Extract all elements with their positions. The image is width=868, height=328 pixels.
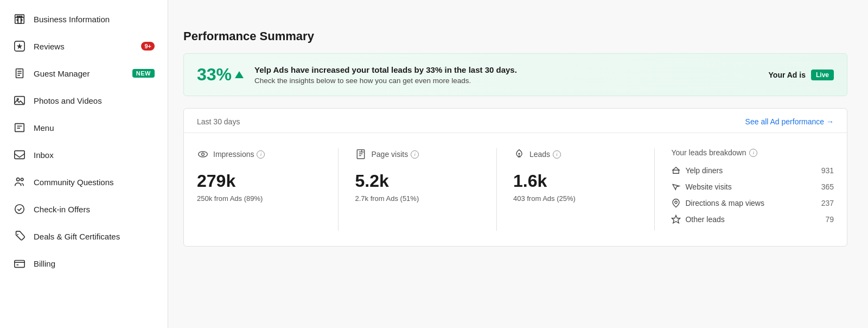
directions-icon [671,198,681,208]
eye-icon [197,148,209,160]
page-visits-header: Page visits i [355,148,480,160]
sidebar-item-inbox[interactable]: Inbox [0,141,168,168]
impressions-info-icon[interactable]: i [257,150,265,159]
svg-rect-3 [21,20,22,21]
impressions-value: 279k [197,171,322,191]
sidebar-item-checkin-offers[interactable]: Check-in Offers [0,195,168,223]
leads-sub: 403 from Ads (25%) [513,194,638,203]
impressions-sub: 250k from Ads (89%) [197,194,322,203]
community-icon [13,175,26,188]
arrow-up-icon [235,71,244,78]
impressions-column: Impressions i 279k 250k from Ads (89%) [197,148,339,231]
svg-rect-1 [18,17,21,23]
svg-rect-6 [19,16,20,17]
page-visits-info-icon[interactable]: i [411,150,419,159]
stats-card-header: Last 30 days See all Ad performance → [184,109,847,133]
other-leads-value: 79 [825,215,834,224]
billing-icon [13,257,26,270]
sidebar-label-business-information: Business Information [34,15,110,24]
website-visits-label: Website visits [685,182,731,191]
ad-headline: Yelp Ads have increased your total leads… [254,65,768,74]
svg-point-15 [15,205,24,214]
sidebar-label-deals-gift: Deals & Gift Certificates [34,232,120,241]
stats-period: Last 30 days [197,117,240,126]
menu-icon [13,121,26,134]
photo-icon [13,94,26,107]
sidebar-label-checkin-offers: Check-in Offers [34,205,90,214]
breakdown-row-yelp-diners: Yelp diners 931 [671,166,834,175]
svg-point-16 [17,234,18,235]
impressions-label: Impressions i [213,150,265,159]
ad-text-block: Yelp Ads have increased your total leads… [254,65,768,85]
svg-rect-4 [17,16,18,17]
page-icon [355,148,367,160]
leads-label: Leads i [529,150,561,159]
main-content: Performance Summary 33% Yelp Ads have in… [168,0,868,328]
ad-live-block: Your Ad is Live [769,70,834,80]
breakdown-row-website-visits: Website visits 365 [671,182,834,192]
page-visits-column: Page visits i 5.2k 2.7k from Ads (51%) [355,148,496,231]
sidebar-label-reviews: Reviews [34,42,65,51]
leads-value: 1.6k [513,171,638,191]
other-icon [671,215,681,224]
svg-rect-5 [21,16,22,17]
tag-icon [13,230,26,243]
page-visits-label: Page visits i [371,150,419,159]
percent-value: 33% [197,65,232,85]
performance-summary-title: Performance Summary [183,29,847,43]
sidebar-label-menu: Menu [34,123,54,133]
sidebar-item-business-information[interactable]: Business Information [0,5,168,33]
sidebar-label-guest-manager: Guest Manager [34,69,90,78]
leads-icon [513,148,525,160]
svg-rect-11 [15,124,24,132]
svg-point-10 [17,98,18,100]
star-icon [13,40,26,53]
sidebar-item-photos-videos[interactable]: Photos and Videos [0,87,168,114]
live-badge: Live [811,70,834,80]
page-visits-sub: 2.7k from Ads (51%) [355,194,480,203]
stats-card: Last 30 days See all Ad performance → [183,108,847,247]
svg-point-22 [675,201,678,204]
website-visits-value: 365 [821,182,834,191]
sidebar-label-community-questions: Community Questions [34,178,114,187]
sidebar-item-reviews[interactable]: Reviews 9+ [0,33,168,60]
ad-percent: 33% [197,65,244,85]
inbox-icon [13,148,26,161]
svg-point-19 [202,153,205,156]
website-icon [671,182,681,192]
svg-rect-20 [358,150,365,159]
page-visits-value: 5.2k [355,171,480,191]
sidebar-item-guest-manager[interactable]: Guest Manager NEW [0,60,168,87]
directions-map-label: Directions & map views [685,199,764,207]
sidebar-item-deals-gift[interactable]: Deals & Gift Certificates [0,223,168,250]
leads-column: Leads i 1.6k 403 from Ads (25%) [513,148,655,231]
checkin-icon [13,203,26,216]
ad-banner: 33% Yelp Ads have increased your total l… [183,53,847,96]
breakdown-row-directions: Directions & map views 237 [671,198,834,208]
building-icon [13,12,26,26]
leads-breakdown-info-icon[interactable]: i [749,149,757,157]
leads-breakdown-column: Your leads breakdown i Yelp diners [671,148,834,231]
ad-subtext: Check the insights below to see how you … [254,77,768,85]
svg-point-18 [199,152,208,157]
svg-point-21 [518,153,520,155]
leads-info-icon[interactable]: i [553,150,561,159]
sidebar-item-menu[interactable]: Menu [0,114,168,141]
sidebar-item-billing[interactable]: Billing [0,250,168,277]
other-leads-label: Other leads [685,215,724,224]
sidebar: Business Information Reviews 9+ Guest Ma… [0,0,168,328]
sidebar-label-inbox: Inbox [34,150,54,160]
stats-columns: Impressions i 279k 250k from Ads (89%) [184,133,847,246]
leads-header: Leads i [513,148,638,160]
see-all-ad-performance-link[interactable]: See all Ad performance → [745,117,834,126]
directions-map-value: 237 [821,199,834,207]
breakdown-row-other-leads: Other leads 79 [671,215,834,224]
leads-breakdown-title: Your leads breakdown [671,148,746,157]
svg-point-14 [21,178,23,181]
ad-is-label: Your Ad is [769,71,806,79]
clipboard-icon [13,67,26,80]
sidebar-label-photos-videos: Photos and Videos [34,96,102,105]
sidebar-item-community-questions[interactable]: Community Questions [0,168,168,195]
sidebar-label-billing: Billing [34,259,55,268]
svg-marker-23 [672,216,680,223]
